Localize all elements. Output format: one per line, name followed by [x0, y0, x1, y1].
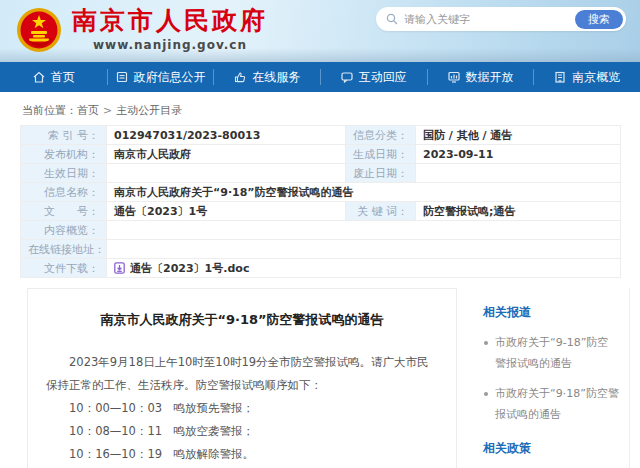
- table-row: 发布机构： 南京市人民政府 生成日期： 2023-09-11: [21, 145, 621, 164]
- category-value: 国防 / 其他 / 通告: [416, 126, 621, 145]
- table-row: 文件下载： 通告〔2023〕1号.doc: [21, 259, 621, 278]
- breadcrumb-separator: >: [103, 104, 112, 117]
- info-disclosure-icon: [115, 70, 129, 84]
- created-date-value: 2023-09-11: [416, 145, 621, 164]
- table-row: 文 号： 通告〔2023〕1号 关 键 词： 防空警报试鸣;通告: [21, 202, 621, 221]
- search-input[interactable]: [404, 13, 575, 26]
- nav-item-info-disclosure[interactable]: 政府信息公开: [107, 62, 214, 92]
- nav-item-interaction[interactable]: 互动回应: [320, 62, 427, 92]
- nav-label: 互动回应: [359, 69, 407, 86]
- document-meta-table: 索 引 号： 012947031/2023-80013 信息分类： 国防 / 其…: [20, 125, 621, 278]
- interaction-icon: [340, 70, 354, 84]
- doc-no-label: 文 号：: [21, 202, 107, 221]
- nav-item-online-service[interactable]: 在线服务: [213, 62, 320, 92]
- breadcrumb-home-link[interactable]: 首页: [77, 104, 99, 117]
- index-no-label: 索 引 号：: [21, 126, 107, 145]
- publisher-value: 南京市人民政府: [107, 145, 346, 164]
- data-open-icon: [447, 70, 461, 84]
- article-body: 南京市人民政府关于“9·18”防空警报试鸣的通告 2023年9月18日上午10时…: [27, 288, 457, 468]
- keywords-value: 防空警报试鸣;通告: [416, 202, 621, 221]
- related-report-link[interactable]: 市政府关于“9·18”防空警报试鸣的通告: [483, 384, 619, 426]
- nav-label: 首页: [51, 69, 75, 86]
- online-link-label: 在线链接地址：: [21, 240, 107, 259]
- overview-value: [107, 221, 621, 240]
- national-emblem-logo: [16, 7, 62, 53]
- breadcrumb-prefix: 当前位置：: [22, 104, 77, 117]
- effective-date-label: 生效日期：: [21, 164, 107, 183]
- related-sidebar: 相关报道 市政府关于“9-18”防空警报试鸣的通告 市政府关于“9·18”防空警…: [469, 288, 630, 468]
- home-icon: [32, 70, 46, 84]
- table-row: 内容概览：: [21, 221, 621, 240]
- nav-item-home[interactable]: 首页: [0, 62, 107, 92]
- download-file-link[interactable]: 通告〔2023〕1号.doc: [130, 262, 249, 275]
- repeal-date-value: [416, 164, 621, 183]
- schedule-line: 10：00—10：03 鸣放预先警报；: [46, 397, 438, 420]
- main-nav: 首页 政府信息公开 在线服务 互动回应 数据开放: [0, 62, 640, 92]
- table-row: 索 引 号： 012947031/2023-80013 信息分类： 国防 / 其…: [21, 126, 621, 145]
- city-overview-icon: [553, 70, 567, 84]
- doc-no-value: 通告〔2023〕1号: [107, 202, 346, 221]
- schedule-line: 10：08—10：11 鸣放空袭警报；: [46, 420, 438, 443]
- table-row: 信息名称： 南京市人民政府关于“9·18”防空警报试鸣的通告: [21, 183, 621, 202]
- category-label: 信息分类：: [346, 126, 416, 145]
- nav-item-city-overview[interactable]: 南京概览: [533, 62, 640, 92]
- file-download-label: 文件下载：: [21, 259, 107, 278]
- table-row: 生效日期： 废止日期：: [21, 164, 621, 183]
- related-reports-heading: 相关报道: [483, 304, 619, 321]
- schedule-line: 10：16—10：19 鸣放解除警报。: [46, 443, 438, 466]
- table-row: 在线链接地址：: [21, 240, 621, 259]
- created-date-label: 生成日期：: [346, 145, 416, 164]
- search-icon: [386, 13, 398, 25]
- breadcrumb: 当前位置：首页>主动公开目录: [22, 103, 640, 118]
- related-policies-heading: 相关政策: [483, 440, 619, 457]
- online-service-icon: [233, 70, 247, 84]
- overview-label: 内容概览：: [21, 221, 107, 240]
- nav-label: 政府信息公开: [134, 69, 206, 86]
- download-icon: [114, 262, 125, 274]
- online-link-value: [107, 240, 621, 259]
- site-title: 南京市人民政府: [72, 7, 268, 36]
- nav-label: 数据开放: [466, 69, 514, 86]
- site-banner: 南京市人民政府 www.nanjing.gov.cn 搜索: [0, 0, 640, 62]
- nav-item-data-open[interactable]: 数据开放: [427, 62, 534, 92]
- site-url: www.nanjing.gov.cn: [72, 38, 268, 52]
- search-button[interactable]: 搜索: [575, 10, 623, 29]
- keywords-label: 关 键 词：: [346, 202, 416, 221]
- article-title: 南京市人民政府关于“9·18”防空警报试鸣的通告: [46, 311, 438, 329]
- nav-label: 南京概览: [572, 69, 620, 86]
- article-paragraph: 2023年9月18日上午10时至10时19分全市防空警报试鸣。请广大市民保持正常…: [46, 351, 438, 397]
- repeal-date-label: 废止日期：: [346, 164, 416, 183]
- effective-date-value: [107, 164, 346, 183]
- publisher-label: 发布机构：: [21, 145, 107, 164]
- nav-label: 在线服务: [252, 69, 300, 86]
- info-name-value: 南京市人民政府关于“9·18”防空警报试鸣的通告: [107, 183, 621, 202]
- related-reports-list: 市政府关于“9-18”防空警报试鸣的通告 市政府关于“9·18”防空警报试鸣的通…: [483, 333, 619, 426]
- related-report-link[interactable]: 市政府关于“9-18”防空警报试鸣的通告: [483, 333, 619, 375]
- info-name-label: 信息名称：: [21, 183, 107, 202]
- index-no-value: 012947031/2023-80013: [107, 126, 346, 145]
- breadcrumb-current: 主动公开目录: [116, 104, 182, 117]
- search-bar: 搜索: [376, 7, 626, 31]
